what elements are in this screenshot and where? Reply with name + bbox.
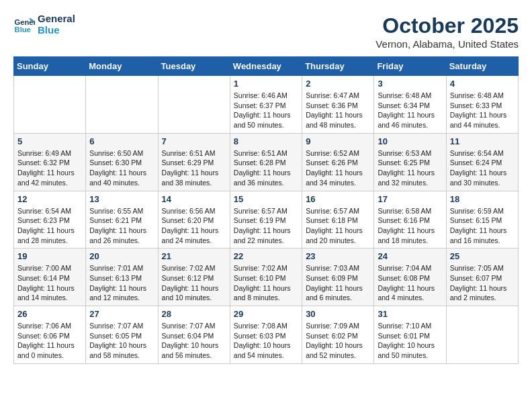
day-number: 1 xyxy=(234,79,298,89)
day-info: Sunrise: 6:56 AM Sunset: 6:20 PM Dayligh… xyxy=(162,206,226,246)
calendar-cell: 22Sunrise: 7:02 AM Sunset: 6:10 PM Dayli… xyxy=(230,248,302,306)
day-number: 18 xyxy=(450,194,515,204)
day-info: Sunrise: 7:06 AM Sunset: 6:06 PM Dayligh… xyxy=(17,321,82,361)
logo-line2: Blue xyxy=(38,25,75,36)
calendar-cell: 19Sunrise: 7:00 AM Sunset: 6:14 PM Dayli… xyxy=(14,248,86,306)
day-number: 17 xyxy=(378,194,442,204)
calendar-cell: 30Sunrise: 7:09 AM Sunset: 6:02 PM Dayli… xyxy=(302,306,374,364)
page-header: General Blue General Blue October 2025 V… xyxy=(13,13,519,50)
calendar-cell: 10Sunrise: 6:53 AM Sunset: 6:25 PM Dayli… xyxy=(374,133,446,191)
day-info: Sunrise: 6:53 AM Sunset: 6:25 PM Dayligh… xyxy=(378,148,442,188)
calendar-cell: 26Sunrise: 7:06 AM Sunset: 6:06 PM Dayli… xyxy=(14,306,86,364)
day-info: Sunrise: 6:47 AM Sunset: 6:36 PM Dayligh… xyxy=(306,91,370,130)
calendar-cell: 31Sunrise: 7:10 AM Sunset: 6:01 PM Dayli… xyxy=(374,306,446,364)
header-day-tuesday: Tuesday xyxy=(158,57,230,76)
calendar-cell: 5Sunrise: 6:49 AM Sunset: 6:32 PM Daylig… xyxy=(14,133,86,191)
day-number: 24 xyxy=(378,251,442,261)
calendar-week-1: 1Sunrise: 6:46 AM Sunset: 6:37 PM Daylig… xyxy=(14,76,519,134)
day-number: 15 xyxy=(234,194,298,204)
day-number: 7 xyxy=(162,136,226,146)
svg-text:General: General xyxy=(15,18,35,26)
calendar-cell: 2Sunrise: 6:47 AM Sunset: 6:36 PM Daylig… xyxy=(302,76,374,134)
calendar-cell xyxy=(86,76,158,134)
calendar-cell xyxy=(446,306,518,364)
day-info: Sunrise: 6:54 AM Sunset: 6:23 PM Dayligh… xyxy=(17,206,82,246)
calendar-cell: 27Sunrise: 7:07 AM Sunset: 6:05 PM Dayli… xyxy=(86,306,158,364)
header-day-saturday: Saturday xyxy=(446,57,518,76)
calendar-cell: 13Sunrise: 6:55 AM Sunset: 6:21 PM Dayli… xyxy=(86,191,158,248)
calendar-week-4: 19Sunrise: 7:00 AM Sunset: 6:14 PM Dayli… xyxy=(14,248,519,306)
day-number: 30 xyxy=(306,309,370,319)
calendar-cell: 8Sunrise: 6:51 AM Sunset: 6:28 PM Daylig… xyxy=(230,133,302,191)
day-number: 31 xyxy=(378,309,442,319)
logo: General Blue General Blue xyxy=(13,13,75,36)
day-info: Sunrise: 7:00 AM Sunset: 6:14 PM Dayligh… xyxy=(17,263,82,303)
day-info: Sunrise: 7:03 AM Sunset: 6:09 PM Dayligh… xyxy=(306,263,370,303)
svg-text:Blue: Blue xyxy=(15,26,31,34)
calendar-cell: 20Sunrise: 7:01 AM Sunset: 6:13 PM Dayli… xyxy=(86,248,158,306)
day-number: 25 xyxy=(450,251,515,261)
day-number: 13 xyxy=(89,194,154,204)
calendar-cell: 3Sunrise: 6:48 AM Sunset: 6:34 PM Daylig… xyxy=(374,76,446,134)
calendar-cell: 25Sunrise: 7:05 AM Sunset: 6:07 PM Dayli… xyxy=(446,248,518,306)
calendar-cell: 24Sunrise: 7:04 AM Sunset: 6:08 PM Dayli… xyxy=(374,248,446,306)
day-info: Sunrise: 7:01 AM Sunset: 6:13 PM Dayligh… xyxy=(89,263,154,303)
day-number: 19 xyxy=(17,251,82,261)
day-info: Sunrise: 6:54 AM Sunset: 6:24 PM Dayligh… xyxy=(450,148,515,188)
day-info: Sunrise: 7:04 AM Sunset: 6:08 PM Dayligh… xyxy=(378,263,442,303)
page-title: October 2025 xyxy=(375,13,519,38)
day-info: Sunrise: 7:08 AM Sunset: 6:03 PM Dayligh… xyxy=(234,321,298,361)
day-info: Sunrise: 7:09 AM Sunset: 6:02 PM Dayligh… xyxy=(306,321,370,361)
calendar-cell: 15Sunrise: 6:57 AM Sunset: 6:19 PM Dayli… xyxy=(230,191,302,248)
calendar-cell: 1Sunrise: 6:46 AM Sunset: 6:37 PM Daylig… xyxy=(230,76,302,134)
calendar-cell: 9Sunrise: 6:52 AM Sunset: 6:26 PM Daylig… xyxy=(302,133,374,191)
day-info: Sunrise: 6:51 AM Sunset: 6:29 PM Dayligh… xyxy=(162,148,226,188)
calendar-cell: 12Sunrise: 6:54 AM Sunset: 6:23 PM Dayli… xyxy=(14,191,86,248)
calendar-cell: 14Sunrise: 6:56 AM Sunset: 6:20 PM Dayli… xyxy=(158,191,230,248)
day-number: 10 xyxy=(378,136,442,146)
day-info: Sunrise: 6:49 AM Sunset: 6:32 PM Dayligh… xyxy=(17,148,82,188)
day-info: Sunrise: 6:57 AM Sunset: 6:19 PM Dayligh… xyxy=(234,206,298,246)
day-number: 29 xyxy=(234,309,298,319)
day-number: 27 xyxy=(89,309,154,319)
day-info: Sunrise: 7:07 AM Sunset: 6:04 PM Dayligh… xyxy=(162,321,226,361)
day-info: Sunrise: 6:51 AM Sunset: 6:28 PM Dayligh… xyxy=(234,148,298,188)
calendar-cell xyxy=(158,76,230,134)
day-info: Sunrise: 6:58 AM Sunset: 6:16 PM Dayligh… xyxy=(378,206,442,246)
calendar-cell: 17Sunrise: 6:58 AM Sunset: 6:16 PM Dayli… xyxy=(374,191,446,248)
logo-line1: General xyxy=(38,13,75,25)
day-number: 14 xyxy=(162,194,226,204)
day-number: 2 xyxy=(306,79,370,89)
day-number: 4 xyxy=(450,79,515,89)
day-number: 22 xyxy=(234,251,298,261)
calendar-cell: 21Sunrise: 7:02 AM Sunset: 6:12 PM Dayli… xyxy=(158,248,230,306)
day-info: Sunrise: 7:10 AM Sunset: 6:01 PM Dayligh… xyxy=(378,321,442,361)
calendar-cell: 6Sunrise: 6:50 AM Sunset: 6:30 PM Daylig… xyxy=(86,133,158,191)
calendar-cell: 16Sunrise: 6:57 AM Sunset: 6:18 PM Dayli… xyxy=(302,191,374,248)
day-number: 20 xyxy=(89,251,154,261)
day-info: Sunrise: 7:02 AM Sunset: 6:10 PM Dayligh… xyxy=(234,263,298,303)
day-number: 5 xyxy=(17,136,82,146)
day-number: 11 xyxy=(450,136,515,146)
day-info: Sunrise: 6:55 AM Sunset: 6:21 PM Dayligh… xyxy=(89,206,154,246)
calendar-cell: 23Sunrise: 7:03 AM Sunset: 6:09 PM Dayli… xyxy=(302,248,374,306)
header-day-monday: Monday xyxy=(86,57,158,76)
day-info: Sunrise: 6:57 AM Sunset: 6:18 PM Dayligh… xyxy=(306,206,370,246)
day-number: 9 xyxy=(306,136,370,146)
day-info: Sunrise: 7:05 AM Sunset: 6:07 PM Dayligh… xyxy=(450,263,515,303)
day-info: Sunrise: 6:59 AM Sunset: 6:15 PM Dayligh… xyxy=(450,206,515,246)
calendar-week-3: 12Sunrise: 6:54 AM Sunset: 6:23 PM Dayli… xyxy=(14,191,519,248)
calendar-cell: 28Sunrise: 7:07 AM Sunset: 6:04 PM Dayli… xyxy=(158,306,230,364)
day-number: 3 xyxy=(378,79,442,89)
header-day-friday: Friday xyxy=(374,57,446,76)
day-info: Sunrise: 6:48 AM Sunset: 6:34 PM Dayligh… xyxy=(378,91,442,130)
header-day-thursday: Thursday xyxy=(302,57,374,76)
title-block: October 2025 Vernon, Alabama, United Sta… xyxy=(375,13,519,50)
day-number: 6 xyxy=(89,136,154,146)
day-info: Sunrise: 7:07 AM Sunset: 6:05 PM Dayligh… xyxy=(89,321,154,361)
calendar-cell: 18Sunrise: 6:59 AM Sunset: 6:15 PM Dayli… xyxy=(446,191,518,248)
day-number: 16 xyxy=(306,194,370,204)
header-day-sunday: Sunday xyxy=(14,57,86,76)
day-number: 23 xyxy=(306,251,370,261)
header-day-wednesday: Wednesday xyxy=(230,57,302,76)
